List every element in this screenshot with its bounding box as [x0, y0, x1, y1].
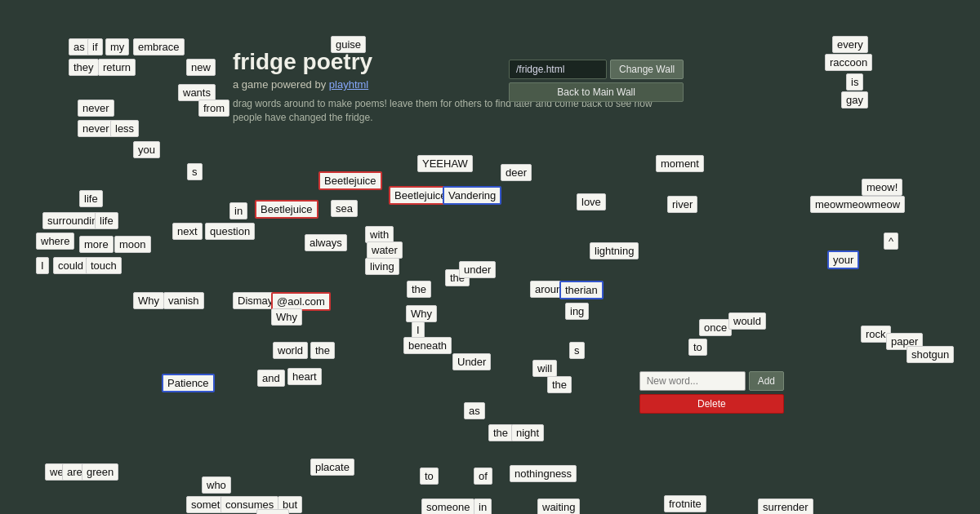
- word-tile[interactable]: you: [133, 141, 160, 158]
- word-tile[interactable]: and: [257, 370, 285, 387]
- word-tile[interactable]: of: [474, 467, 492, 485]
- word-tile[interactable]: s: [569, 342, 585, 359]
- word-tile[interactable]: meow!: [862, 179, 902, 196]
- delete-button[interactable]: Delete: [639, 394, 784, 414]
- word-tile[interactable]: new: [186, 59, 216, 76]
- word-tile[interactable]: to: [688, 339, 707, 356]
- word-tile[interactable]: wants: [178, 84, 216, 101]
- subtitle-link[interactable]: playhtml: [329, 78, 368, 91]
- word-tile[interactable]: would: [728, 312, 766, 330]
- word-tile[interactable]: Vandering: [443, 186, 501, 205]
- word-tile[interactable]: YEEHAW: [417, 155, 473, 172]
- word-tile[interactable]: your: [827, 250, 859, 269]
- new-word-input[interactable]: [639, 371, 746, 391]
- word-tile[interactable]: Why: [271, 308, 302, 326]
- word-tile[interactable]: where: [36, 233, 74, 250]
- word-tile[interactable]: Why: [406, 305, 437, 322]
- word-tile[interactable]: Under: [452, 353, 491, 370]
- word-tile[interactable]: always: [305, 234, 347, 251]
- word-tile[interactable]: gay: [841, 91, 868, 109]
- word-tile[interactable]: raccoon: [825, 54, 872, 71]
- word-tile[interactable]: under: [459, 261, 496, 278]
- word-tile[interactable]: could: [53, 257, 88, 274]
- word-tile[interactable]: as: [464, 402, 485, 419]
- word-tile[interactable]: beneath: [403, 337, 452, 354]
- word-tile[interactable]: question: [205, 223, 255, 240]
- word-tile[interactable]: moment: [656, 155, 704, 172]
- word-tile[interactable]: lightning: [590, 242, 639, 259]
- word-tile[interactable]: who: [202, 476, 231, 494]
- word-tile[interactable]: more: [79, 236, 114, 253]
- word-tile[interactable]: night: [511, 424, 544, 441]
- word-tile[interactable]: therian: [559, 281, 604, 299]
- word-tile[interactable]: will: [532, 360, 557, 377]
- word-tile[interactable]: the: [407, 281, 431, 298]
- word-tile[interactable]: I: [412, 321, 425, 339]
- word-tile[interactable]: in: [474, 498, 492, 514]
- word-tile[interactable]: they: [69, 59, 99, 76]
- word-tile[interactable]: ^: [884, 233, 898, 250]
- change-wall-button[interactable]: Change Wall: [610, 60, 684, 79]
- word-tile[interactable]: moon: [114, 236, 151, 253]
- word-tile[interactable]: Why: [133, 292, 164, 309]
- word-tile[interactable]: s: [187, 163, 203, 180]
- word-tile[interactable]: vanish: [163, 292, 204, 309]
- word-tile[interactable]: as: [69, 38, 90, 55]
- word-tile[interactable]: heart: [287, 368, 322, 385]
- word-tile[interactable]: embrace: [133, 38, 185, 55]
- word-tile[interactable]: guise: [331, 36, 366, 53]
- word-tile[interactable]: life: [95, 212, 118, 229]
- word-tile[interactable]: once: [699, 319, 732, 336]
- word-tile[interactable]: if: [87, 38, 103, 55]
- add-button[interactable]: Add: [749, 371, 784, 391]
- new-word-area: Add Delete: [639, 371, 784, 414]
- word-tile[interactable]: love: [577, 193, 606, 210]
- word-tile[interactable]: with: [365, 226, 394, 243]
- word-tile[interactable]: Beetlejuice: [318, 171, 382, 190]
- word-tile[interactable]: next: [172, 223, 203, 240]
- word-tile[interactable]: in: [229, 202, 247, 219]
- word-tile[interactable]: is: [846, 73, 863, 91]
- word-tile[interactable]: someone: [421, 498, 474, 514]
- word-tile[interactable]: water: [367, 241, 403, 259]
- word-tile[interactable]: sea: [331, 200, 358, 217]
- word-tile[interactable]: don't: [256, 509, 289, 514]
- word-tile[interactable]: meowmeowmeow: [810, 196, 905, 213]
- word-tile[interactable]: every: [832, 36, 868, 53]
- word-tile[interactable]: shotgun: [906, 346, 954, 363]
- word-tile[interactable]: nothingness: [510, 465, 577, 482]
- new-word-row: Add: [639, 371, 784, 391]
- word-tile[interactable]: I: [36, 257, 49, 274]
- word-tile[interactable]: return: [98, 59, 136, 76]
- word-tile[interactable]: the: [547, 376, 572, 393]
- wall-input-row: Change Wall: [509, 60, 684, 79]
- word-tile[interactable]: to: [420, 467, 439, 485]
- word-tile[interactable]: touch: [86, 257, 122, 274]
- word-tile[interactable]: waiting: [537, 498, 580, 514]
- controls-area: Change Wall Back to Main Wall: [509, 60, 684, 102]
- word-tile[interactable]: deer: [501, 164, 532, 181]
- word-tile[interactable]: ing: [565, 303, 589, 320]
- word-tile[interactable]: green: [82, 463, 118, 481]
- word-tile[interactable]: my: [105, 38, 129, 55]
- word-tile[interactable]: surrender: [758, 498, 813, 514]
- word-tile[interactable]: never: [78, 120, 114, 137]
- word-tile[interactable]: less: [110, 120, 139, 137]
- word-tile[interactable]: river: [667, 196, 697, 213]
- word-tile[interactable]: life: [79, 190, 103, 207]
- subtitle-prefix: a game powered by: [233, 78, 329, 91]
- word-tile[interactable]: living: [365, 258, 399, 275]
- word-tile[interactable]: the: [310, 342, 335, 359]
- word-tile[interactable]: world: [273, 342, 308, 359]
- word-tile[interactable]: from: [198, 100, 229, 117]
- main-wall-button[interactable]: Back to Main Wall: [509, 82, 684, 102]
- word-tile[interactable]: placate: [310, 459, 354, 476]
- word-tile[interactable]: the: [488, 424, 513, 441]
- wall-input[interactable]: [509, 60, 607, 79]
- word-tile[interactable]: frotnite: [664, 495, 706, 512]
- word-tile[interactable]: Patience: [162, 374, 215, 392]
- word-tile[interactable]: never: [78, 100, 114, 117]
- word-tile[interactable]: Beetlejuice: [255, 200, 318, 219]
